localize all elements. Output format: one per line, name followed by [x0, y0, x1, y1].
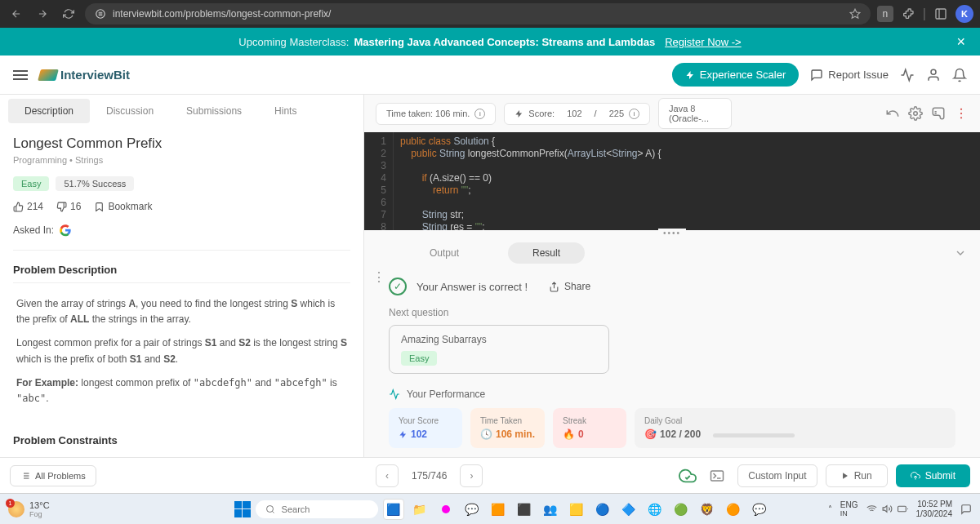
- tab-result[interactable]: Result: [508, 242, 585, 264]
- tab-output[interactable]: Output: [405, 242, 483, 264]
- svg-rect-21: [898, 506, 906, 512]
- code-editor[interactable]: 12345678 public class Solution { public …: [364, 132, 980, 230]
- taskbar-app[interactable]: 👥: [540, 499, 561, 520]
- asked-in-row: Asked In:: [13, 224, 350, 251]
- score-pill[interactable]: Score: 102 / 225 i: [504, 103, 650, 125]
- run-button[interactable]: Run: [826, 464, 888, 487]
- tab-discussion[interactable]: Discussion: [90, 99, 170, 123]
- battery-icon[interactable]: [898, 504, 908, 514]
- time-taken-pill[interactable]: Time taken: 106 min.i: [376, 103, 496, 125]
- share-button[interactable]: Share: [549, 281, 590, 292]
- section-constraints: Problem Constraints: [13, 434, 350, 453]
- taskbar-search[interactable]: Search: [256, 500, 378, 518]
- undo-icon[interactable]: [885, 106, 900, 121]
- clock[interactable]: 10:52 PM 1/30/2024: [916, 500, 953, 519]
- activity-icon[interactable]: [900, 68, 915, 82]
- experience-scaler-button[interactable]: Experience Scaler: [672, 63, 800, 87]
- taskbar-app[interactable]: ⬛: [514, 499, 535, 520]
- banner-title: Mastering Java Advanced Concepts: Stream…: [354, 36, 655, 48]
- wifi-icon[interactable]: [866, 504, 877, 514]
- taskbar-app[interactable]: [442, 505, 450, 513]
- like-button[interactable]: 214: [13, 201, 43, 212]
- stat-score: Your Score 102: [389, 408, 462, 448]
- next-button[interactable]: ›: [460, 464, 483, 487]
- all-problems-button[interactable]: All Problems: [10, 465, 96, 486]
- user-icon[interactable]: [926, 68, 941, 82]
- keyboard-icon[interactable]: [931, 106, 946, 121]
- tab-hints[interactable]: Hints: [258, 99, 313, 123]
- tab-description[interactable]: Description: [8, 99, 90, 123]
- editor-toolbar: Time taken: 106 min.i Score: 102 / 225 i…: [364, 95, 980, 132]
- svg-marker-1: [850, 9, 860, 18]
- masterclass-banner: Upcoming Masterclass: Mastering Java Adv…: [0, 28, 980, 56]
- menu-button[interactable]: [13, 70, 28, 80]
- submit-button[interactable]: Submit: [896, 464, 970, 487]
- taskbar-app[interactable]: 🟨: [566, 499, 587, 520]
- back-button[interactable]: [7, 4, 26, 24]
- banner-register-link[interactable]: Register Now ->: [665, 36, 742, 48]
- extensions-icon[interactable]: [902, 7, 915, 20]
- bookmark-star-icon[interactable]: [849, 8, 861, 20]
- tab-submissions[interactable]: Submissions: [170, 99, 258, 123]
- url-bar[interactable]: interviewbit.com/problems/longest-common…: [85, 3, 871, 24]
- top-nav: InterviewBit Experience Scaler Report Is…: [0, 56, 980, 95]
- next-question-label: Next question: [389, 307, 956, 318]
- bottom-bar: All Problems ‹ 175/746 › Custom Input Ru…: [0, 457, 980, 493]
- reload-button[interactable]: [59, 4, 78, 24]
- taskbar-app[interactable]: 💬: [749, 499, 770, 520]
- volume-icon[interactable]: [882, 504, 893, 514]
- success-badge: 51.7% Success: [56, 176, 134, 191]
- language-select[interactable]: Java 8 (Oracle-...: [658, 98, 732, 129]
- terminal-icon[interactable]: [710, 468, 724, 483]
- code-content: public class Solution { public String lo…: [394, 132, 980, 230]
- more-icon[interactable]: [954, 106, 969, 121]
- gear-icon[interactable]: [908, 106, 923, 121]
- google-icon: [59, 224, 72, 237]
- start-button[interactable]: [234, 501, 251, 517]
- prev-button[interactable]: ‹: [376, 464, 399, 487]
- taskbar-app[interactable]: 🟦: [383, 499, 404, 520]
- weather-widget[interactable]: 1 13°C Fog: [8, 500, 50, 518]
- performance-stats: Your Score 102 Time Taken 🕓 106 min. Str…: [389, 408, 956, 448]
- taskbar-app[interactable]: 🦁: [697, 499, 718, 520]
- search-icon: [265, 504, 275, 514]
- svg-point-7: [960, 113, 962, 114]
- taskbar-app[interactable]: 🔷: [618, 499, 639, 520]
- taskbar-app[interactable]: 📁: [409, 499, 430, 520]
- taskbar-app[interactable]: 🟧: [488, 499, 509, 520]
- report-issue-link[interactable]: Report Issue: [810, 69, 889, 82]
- check-circle-icon: ✓: [389, 278, 407, 295]
- profile-avatar[interactable]: K: [956, 5, 973, 23]
- taskbar-app[interactable]: 🔵: [592, 499, 613, 520]
- dislike-button[interactable]: 16: [56, 201, 81, 212]
- chevron-down-icon[interactable]: [954, 246, 967, 260]
- ext-icon-n[interactable]: n: [877, 6, 893, 22]
- svg-point-6: [960, 109, 962, 110]
- taskbar-app[interactable]: 💬: [461, 499, 483, 520]
- notifications-icon[interactable]: [960, 504, 972, 515]
- custom-input-button[interactable]: Custom Input: [737, 464, 817, 487]
- windows-taskbar: 1 13°C Fog Search 🟦 📁 💬 🟧 ⬛ 👥 🟨 🔵 🔷 🌐 🟢 …: [0, 493, 980, 524]
- site-lock-icon: [95, 8, 106, 20]
- sidepanel-icon[interactable]: [934, 7, 947, 20]
- banner-close-icon[interactable]: ×: [956, 33, 965, 51]
- cloud-upload-icon: [911, 471, 920, 481]
- taskbar-app[interactable]: 🌐: [644, 499, 666, 520]
- line-gutter: 12345678: [364, 132, 394, 230]
- bookmark-icon: [94, 202, 105, 212]
- activity-icon: [389, 389, 400, 400]
- forward-button[interactable]: [33, 4, 52, 24]
- output-tabs: Output Result: [364, 237, 980, 269]
- bolt-icon: [685, 70, 695, 80]
- taskbar-app[interactable]: 🟢: [670, 499, 692, 520]
- logo-icon: [38, 69, 59, 81]
- bell-icon[interactable]: [952, 68, 967, 82]
- right-panel: Time taken: 106 min.i Score: 102 / 225 i…: [364, 95, 980, 457]
- tray-chevron-icon[interactable]: ˄: [828, 504, 832, 513]
- next-question-card[interactable]: Amazing Subarrays Easy: [389, 325, 609, 374]
- taskbar-app[interactable]: 🟠: [723, 499, 744, 520]
- brand-logo[interactable]: InterviewBit: [39, 68, 130, 82]
- more-vertical-icon[interactable]: ⋮: [372, 269, 384, 285]
- bookmark-button[interactable]: Bookmark: [94, 201, 152, 212]
- brand-text: InterviewBit: [60, 68, 130, 82]
